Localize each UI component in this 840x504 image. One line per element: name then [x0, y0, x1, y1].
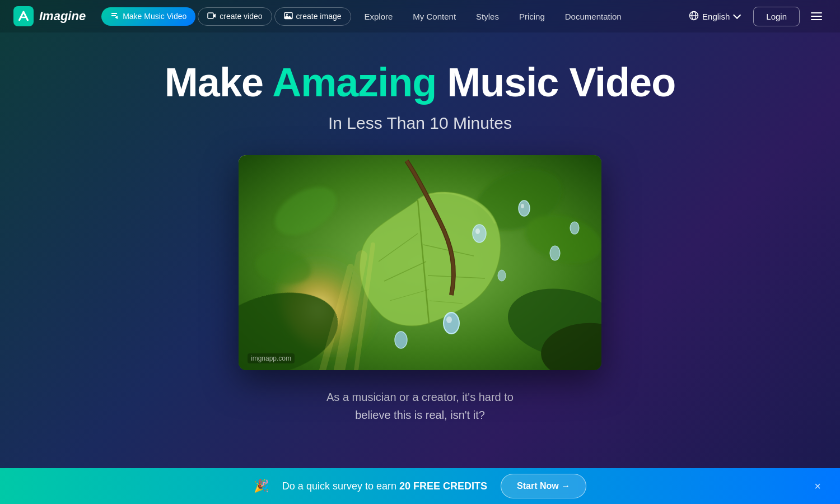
hero-nature-svg [239, 155, 601, 370]
svg-point-3 [286, 13, 288, 15]
svg-point-21 [446, 316, 452, 323]
hero-subtitle: In Less Than 10 Minutes [328, 114, 512, 133]
svg-point-14 [475, 228, 480, 234]
hero-title-part2: Music Video [436, 60, 675, 105]
banner-text: Do a quick survey to earn 20 FREE CREDIT… [282, 480, 487, 492]
banner-emoji: 🎉 [254, 479, 269, 493]
svg-point-17 [550, 246, 560, 260]
svg-point-19 [498, 270, 506, 281]
create-image-button[interactable]: create image [274, 7, 351, 26]
hamburger-icon [811, 12, 822, 20]
hamburger-menu-button[interactable] [806, 6, 827, 26]
svg-rect-0 [13, 6, 34, 26]
chevron-down-icon [733, 11, 741, 19]
hero-title: Make Amazing Music Video [165, 60, 675, 105]
svg-point-16 [521, 204, 524, 208]
hero-image-background [239, 155, 601, 370]
navbar: Imagine Make Music Video create video cr… [0, 0, 840, 32]
pricing-link[interactable]: Pricing [510, 7, 554, 26]
make-music-video-button[interactable]: Make Music Video [101, 7, 195, 26]
svg-point-13 [473, 225, 486, 242]
translate-icon [689, 11, 699, 22]
svg-point-20 [444, 312, 459, 334]
close-banner-button[interactable]: × [809, 477, 827, 495]
create-video-button[interactable]: create video [198, 7, 272, 26]
language-selector[interactable]: English [681, 7, 746, 26]
logo[interactable]: Imagine [13, 6, 86, 26]
nav-right: English Login [681, 6, 827, 26]
video-icon [207, 12, 216, 21]
svg-rect-1 [208, 13, 213, 18]
image-watermark: imgnapp.com [248, 353, 295, 363]
survey-banner: 🎉 Do a quick survey to earn 20 FREE CRED… [0, 468, 840, 504]
documentation-link[interactable]: Documentation [556, 7, 631, 26]
hero-title-part1: Make [165, 60, 272, 105]
svg-point-22 [395, 332, 407, 348]
image-icon [284, 12, 293, 21]
hero-title-highlight: Amazing [272, 60, 436, 105]
my-content-link[interactable]: My Content [404, 7, 465, 26]
main-content: Make Amazing Music Video In Less Than 10… [0, 32, 840, 424]
svg-point-15 [519, 200, 530, 216]
svg-point-18 [570, 222, 579, 234]
hero-image: imgnapp.com [239, 155, 601, 370]
styles-link[interactable]: Styles [467, 7, 508, 26]
explore-link[interactable]: Explore [356, 7, 402, 26]
nav-secondary: Explore My Content Styles Pricing Docume… [356, 7, 631, 26]
login-button[interactable]: Login [753, 7, 800, 26]
nav-primary: Make Music Video create video create ima… [101, 7, 351, 26]
hero-body-text: As a musician or a creator, it's hard to… [326, 388, 514, 424]
logo-icon [13, 6, 34, 26]
music-video-icon [110, 11, 119, 22]
brand-name: Imagine [39, 9, 86, 24]
start-now-button[interactable]: Start Now → [501, 474, 586, 498]
